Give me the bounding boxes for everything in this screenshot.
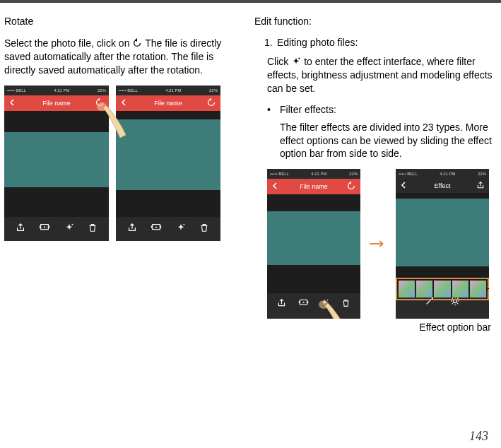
effect-bar-highlight (396, 278, 489, 300)
share-icon[interactable] (476, 181, 485, 191)
phone-status-bar: ••••• BELL 4:21 PM 22% (116, 86, 220, 95)
photo-placeholder (116, 119, 220, 190)
status-carrier: ••••• BELL (270, 172, 289, 176)
list-body: Editing photo files: (277, 37, 493, 48)
svg-rect-1 (40, 225, 40, 228)
page-content: Rotate Select the photo file, click on T… (0, 3, 501, 333)
photo-placeholder (4, 132, 109, 187)
status-carrier: ••••• BELL (119, 88, 138, 93)
svg-rect-12 (307, 301, 308, 303)
back-icon[interactable] (8, 98, 16, 108)
svg-point-7 (183, 223, 184, 225)
phone-status-bar: ••••• BELL 4:21 PM 22% (396, 169, 489, 179)
phone-toolbar (116, 217, 220, 238)
bullet-row: • Filter effects: (267, 104, 493, 115)
ordered-list: 1. Editing photo files: (264, 37, 493, 48)
phone-header-title: Effect (435, 182, 451, 189)
edit-body-a: Click (267, 56, 291, 67)
sparkle-icon (291, 57, 301, 66)
phone-toolbar (4, 217, 109, 238)
svg-point-9 (299, 58, 300, 59)
phone-status-bar: ••••• BELL 4:21 PM 22% (267, 169, 360, 179)
svg-point-3 (71, 223, 73, 225)
sparkle-icon[interactable] (176, 223, 186, 232)
trash-icon[interactable] (341, 298, 350, 307)
photo-viewport (4, 111, 109, 217)
rotate-text-a: Select the photo file, click on (4, 37, 132, 49)
filter-body: The filter effects are divided into 23 t… (280, 121, 493, 161)
edit-body: Click to enter the effect interface, whe… (267, 55, 493, 95)
page-number: 143 (469, 429, 488, 444)
slideshow-icon[interactable] (298, 298, 309, 307)
effect-phone-before: ••••• BELL 4:21 PM 22% File name (267, 169, 360, 319)
svg-rect-5 (151, 225, 152, 228)
status-time: 4:21 PM (165, 88, 181, 93)
list-item: 1. Editing photo files: (264, 37, 493, 48)
effect-option-bar-label: Effect option bar (254, 322, 491, 333)
svg-rect-2 (49, 225, 49, 228)
svg-point-13 (327, 299, 329, 300)
status-battery: 22% (349, 172, 358, 176)
status-battery: 22% (209, 88, 218, 93)
back-icon[interactable] (400, 181, 407, 191)
arrow-right-icon (365, 240, 391, 248)
photo-viewport (116, 111, 220, 217)
rotate-header-icon[interactable] (95, 98, 105, 109)
rotate-header-icon[interactable] (346, 181, 356, 192)
phone-header: File name (4, 95, 109, 111)
phone-header-title: File name (154, 100, 182, 107)
phone-header: File name (267, 179, 360, 194)
photo-viewport (267, 194, 360, 293)
photo-placeholder (267, 211, 360, 265)
status-battery: 22% (98, 88, 106, 93)
share-icon[interactable] (127, 223, 137, 232)
left-column: Rotate Select the photo file, click on T… (0, 16, 246, 333)
bullet-dot: • (267, 104, 280, 115)
sparkle-icon[interactable] (320, 298, 329, 307)
status-carrier: ••••• BELL (7, 88, 26, 93)
status-carrier: ••••• BELL (399, 172, 418, 176)
rotate-phone-after: ••••• BELL 4:21 PM 22% File name (116, 86, 220, 241)
filter-effects-label: Filter effects: (280, 104, 336, 115)
slideshow-icon[interactable] (151, 223, 162, 232)
share-icon[interactable] (16, 223, 25, 232)
status-time: 4:21 PM (311, 172, 326, 176)
effect-phone-after: ••••• BELL 4:21 PM 22% Effect (396, 169, 489, 319)
slideshow-icon[interactable] (39, 223, 50, 232)
status-battery: 22% (478, 172, 486, 176)
rotate-icon (132, 38, 142, 48)
photo-viewport (396, 193, 489, 292)
edit-body-b: to enter the effect interface, where fil… (267, 56, 493, 94)
list-item-title: Editing photo files: (277, 37, 358, 48)
rotate-screenshots: ••••• BELL 4:21 PM 22% File name (4, 86, 242, 241)
trash-icon[interactable] (88, 223, 98, 232)
phone-header: Effect (396, 179, 489, 193)
list-number: 1. (264, 37, 277, 48)
effect-screenshots: ••••• BELL 4:21 PM 22% File name (267, 169, 493, 319)
phone-status-bar: ••••• BELL 4:21 PM 22% (4, 86, 109, 95)
svg-rect-11 (299, 301, 300, 303)
right-column: Edit function: 1. Editing photo files: C… (246, 16, 497, 333)
rotate-heading: Rotate (4, 16, 242, 27)
status-time: 4:21 PM (440, 172, 455, 176)
phone-header-title: File name (300, 183, 328, 190)
rotate-phone-before: ••••• BELL 4:21 PM 22% File name (4, 86, 109, 241)
callout-line (488, 288, 489, 289)
phone-header: File name (116, 95, 220, 111)
phone-toolbar (267, 293, 360, 312)
photo-placeholder (396, 199, 489, 266)
rotate-header-icon[interactable] (206, 98, 216, 109)
back-icon[interactable] (120, 98, 127, 108)
share-icon[interactable] (277, 298, 286, 307)
phone-header-title: File name (42, 100, 71, 107)
trash-icon[interactable] (199, 223, 209, 232)
svg-rect-6 (160, 225, 161, 228)
sparkle-icon[interactable] (64, 223, 74, 232)
edit-heading: Edit function: (254, 16, 493, 27)
status-time: 4:21 PM (54, 88, 69, 93)
back-icon[interactable] (271, 182, 278, 191)
rotate-paragraph: Select the photo file, click on The file… (4, 37, 242, 77)
